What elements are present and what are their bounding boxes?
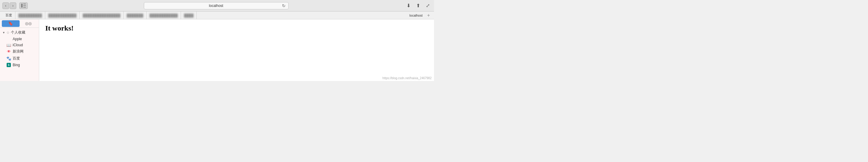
main-content: It works! https://blog.csdn.net/haixia_2…: [39, 19, 434, 81]
sidebar-item-apple-label: Apple: [13, 37, 22, 41]
forward-button[interactable]: ›: [10, 2, 16, 9]
icloud-icon: 📖: [7, 43, 11, 47]
bookmark-localhost[interactable]: localhost: [407, 14, 426, 17]
tab-bookmarks[interactable]: 🔖: [2, 20, 20, 27]
reload-button[interactable]: ↻: [281, 3, 286, 8]
favorites-star-icon: ☆: [6, 30, 10, 35]
sidebar-item-bing[interactable]: b Bing: [0, 62, 39, 68]
sidebar-panel: 🔖 ◎◎ ▼ ☆ 个人收藏 Apple: [0, 19, 39, 81]
sidebar-section-header[interactable]: ▼ ☆ 个人收藏: [0, 29, 39, 36]
collapse-arrow-icon: ▼: [2, 31, 5, 34]
sidebar-item-icloud[interactable]: 📖 iCloud: [0, 42, 39, 48]
middle-area: 🔖 ◎◎ ▼ ☆ 个人收藏 Apple: [0, 19, 434, 81]
apple-icon: [7, 37, 11, 41]
back-button[interactable]: ‹: [2, 2, 9, 9]
sidebar-item-baidu-label: 百度: [13, 56, 20, 61]
svg-rect-0: [21, 4, 23, 7]
sidebar-tabs: 🔖 ◎◎: [0, 19, 39, 28]
share-button[interactable]: ⬆: [414, 2, 422, 10]
browser-window: ‹ › localhost ↻ ⬇ ⬆ ⤢ 百度 ██████████ ███: [0, 0, 434, 81]
sidebar-section-favorites: ▼ ☆ 个人收藏 Apple 📖 iCloud 👁 新浪网: [0, 28, 39, 69]
bing-icon: b: [7, 63, 11, 67]
sidebar-toggle-button[interactable]: [19, 2, 28, 9]
svg-rect-2: [23, 5, 26, 6]
sidebar-item-icloud-label: iCloud: [13, 43, 23, 47]
content-title: It works!: [45, 24, 428, 32]
download-button[interactable]: ⬇: [404, 2, 412, 10]
status-bar: https://blog.csdn.net/haixia_2467982: [382, 77, 432, 80]
bookmark-baidu[interactable]: 百度: [2, 11, 16, 19]
bookmark-add-button[interactable]: +: [426, 13, 432, 18]
weibo-icon: 👁: [7, 50, 11, 54]
address-bar[interactable]: localhost ↻: [144, 2, 289, 9]
bookmark-item-7[interactable]: ████: [181, 11, 197, 19]
sidebar-section-title: 个人收藏: [11, 30, 25, 35]
tab-bookmarks-icon: 🔖: [8, 21, 13, 26]
baidu-icon: 🐾: [7, 56, 11, 61]
tab-reading-icon: ◎◎: [25, 21, 32, 26]
bookmarks-bar: 百度 ██████████ ████████████ █████████████…: [0, 11, 434, 19]
sidebar-item-weibo[interactable]: 👁 新浪网: [0, 48, 39, 55]
sidebar-item-bing-label: Bing: [13, 63, 20, 67]
toolbar: ‹ › localhost ↻ ⬇ ⬆ ⤢: [0, 0, 434, 11]
bookmark-item-5[interactable]: ███████: [124, 11, 147, 19]
address-bar-container: localhost ↻: [30, 2, 403, 9]
toolbar-right: ⬇ ⬆ ⤢: [404, 2, 432, 10]
bookmark-item-2[interactable]: ██████████: [16, 11, 45, 19]
bookmark-item-4[interactable]: ████████████████: [80, 11, 124, 19]
nav-buttons: ‹ ›: [2, 2, 16, 9]
svg-rect-1: [23, 4, 26, 4]
sidebar-item-weibo-label: 新浪网: [13, 49, 24, 54]
address-text: localhost: [147, 4, 286, 8]
fullscreen-button[interactable]: ⤢: [424, 2, 432, 10]
bookmark-item-6[interactable]: ████████████: [147, 11, 181, 19]
svg-rect-3: [23, 7, 26, 7]
tab-reading-list[interactable]: ◎◎: [20, 20, 37, 27]
sidebar-item-baidu[interactable]: 🐾 百度: [0, 55, 39, 62]
sidebar-item-apple[interactable]: Apple: [0, 36, 39, 42]
bookmark-item-3[interactable]: ████████████: [45, 11, 80, 19]
